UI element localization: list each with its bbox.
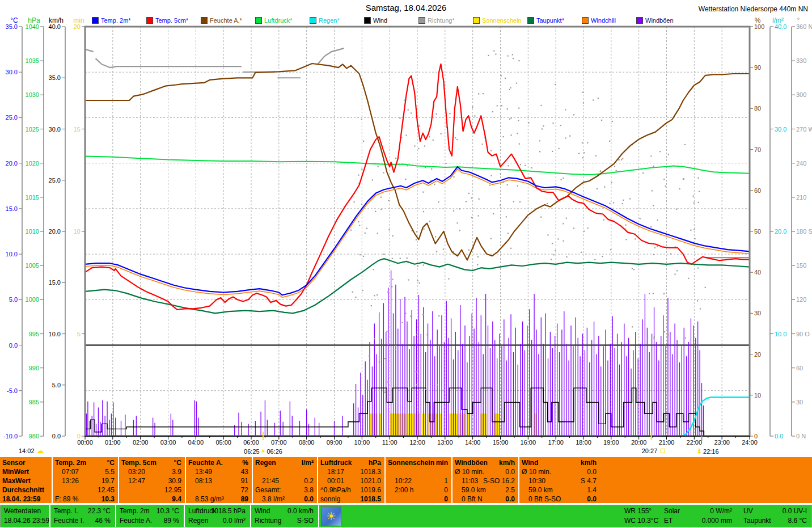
direction-dot	[583, 152, 585, 153]
summary-data-row: 08:1391	[186, 476, 252, 485]
direction-dot	[517, 185, 518, 187]
direction-dot	[705, 287, 706, 288]
direction-dot	[594, 259, 595, 260]
direction-dot	[431, 168, 432, 170]
direction-dot	[478, 215, 479, 216]
row-detail: 13:49	[195, 467, 212, 476]
direction-dot	[540, 217, 542, 218]
direction-dot	[654, 247, 655, 248]
summary-data-row: 72	[186, 485, 252, 495]
axis-tick-label: 300	[796, 91, 806, 98]
x-axis-label: 00:00	[77, 439, 93, 446]
row-value: 0.0	[587, 495, 597, 504]
direction-dot	[563, 240, 564, 242]
direction-dot	[566, 218, 567, 219]
axis-tick-label: 50	[754, 228, 761, 235]
direction-dot	[602, 256, 603, 257]
axis-unit-l/m²: l/m²	[772, 16, 784, 24]
direction-dot	[609, 202, 610, 204]
summary-data-row: 9.4	[119, 495, 185, 504]
x-axis-label: 12:00	[409, 439, 425, 446]
summary-data-row: 12.45	[53, 485, 118, 495]
direction-dot	[614, 166, 615, 167]
axis-tick-label: 1025	[26, 126, 39, 133]
group-name: Windböen	[455, 458, 488, 467]
summary-data-row: sonnig1018.5	[318, 495, 384, 504]
direction-dot	[653, 205, 654, 206]
direction-dot	[425, 389, 426, 390]
direction-dot	[360, 254, 361, 255]
direction-dot	[555, 84, 556, 85]
summary-data-row: 0 Bft N0.0	[452, 495, 518, 504]
annotation-sunrise: 06:25☀06:26	[244, 447, 282, 455]
direction-dot	[423, 229, 424, 230]
axis-tick-label: 270 W	[796, 126, 812, 133]
group-name: Wind	[522, 458, 538, 467]
solar-label: Solar	[664, 507, 680, 515]
direction-dot	[519, 201, 521, 202]
direction-dot	[525, 165, 526, 166]
direction-dot	[685, 337, 686, 339]
direction-dot	[383, 254, 384, 255]
axis-tick-label: 90 O	[796, 331, 810, 337]
summary-group-header: Temp. 2m°C	[53, 458, 118, 467]
direction-dot	[423, 264, 424, 265]
row-detail: 18:17	[327, 467, 344, 476]
row-value: 0.0	[505, 467, 515, 476]
direction-dot	[372, 179, 373, 180]
summary-row-label: MinWert	[0, 467, 52, 476]
axis-tick-label: 980	[29, 433, 39, 440]
direction-dot	[501, 75, 502, 76]
windchill-value: WC 10.3°C	[624, 517, 658, 525]
direction-dot	[478, 93, 479, 94]
axis-tick-label: 60	[754, 187, 761, 194]
sunshine-bar	[496, 413, 499, 436]
direction-dot	[492, 111, 493, 112]
statusbar-cell-luftdruck: Luftdruck1018.5 hPaRegen0.0 l/m²	[185, 505, 251, 527]
row-detail: 3.8 l/m²	[262, 495, 285, 504]
direction-dot	[509, 119, 510, 120]
axis-tick-label: 15.0	[49, 279, 61, 286]
direction-dot	[411, 112, 412, 113]
axis-tick-label: 0	[754, 433, 758, 440]
x-axis-label: 23:00	[714, 439, 730, 446]
direction-dot	[358, 221, 359, 222]
direction-dot	[410, 316, 411, 317]
direction-dot	[668, 334, 669, 335]
row-value: S 4.7	[581, 476, 597, 485]
direction-dot	[518, 120, 519, 121]
row-detail: 00:01	[327, 476, 344, 485]
status-value: 10.3 °C	[157, 506, 179, 516]
row-detail: 03:20	[128, 467, 145, 476]
direction-dot	[539, 140, 540, 141]
direction-dot	[408, 109, 409, 111]
annotation-sunset: 20:27	[642, 447, 665, 454]
row-detail: 10:30	[528, 476, 545, 485]
direction-dot	[453, 176, 454, 178]
summary-row-label: Sensor	[0, 458, 52, 467]
summary-data-row	[386, 467, 451, 476]
row-value: 0.0	[587, 467, 597, 476]
annotation-moonset: ⬇22:16	[696, 447, 719, 455]
summary-data-row: 2:00 h0	[386, 485, 451, 495]
summary-group-regen: Regenl/m²21:450.2Gesamt:3.83.8 l/m²0.0	[252, 457, 317, 503]
direction-dot	[694, 238, 695, 239]
direction-dot	[416, 384, 417, 385]
summary-data-row: 00:011021.0	[318, 476, 384, 485]
direction-dot	[377, 294, 378, 295]
direction-dot	[417, 280, 418, 281]
direction-dot	[688, 278, 689, 279]
summary-data-row: 13:4943	[186, 467, 252, 476]
sunset-square-icon	[660, 449, 665, 453]
axis-tick-label: 0.0	[52, 433, 61, 440]
row-value: 19.7	[102, 476, 115, 485]
direction-dot	[384, 392, 386, 393]
summary-data-row: 0 Bft S-SO0.0	[519, 495, 600, 504]
direction-dot	[650, 226, 652, 227]
direction-dot	[547, 203, 548, 204]
summary-group-header: Regenl/m²	[253, 458, 317, 467]
sunshine-bar	[435, 413, 438, 436]
status-value: 46 %	[95, 516, 111, 526]
summary-group-header: Windkm/h	[519, 458, 600, 467]
direction-dot	[618, 159, 619, 160]
